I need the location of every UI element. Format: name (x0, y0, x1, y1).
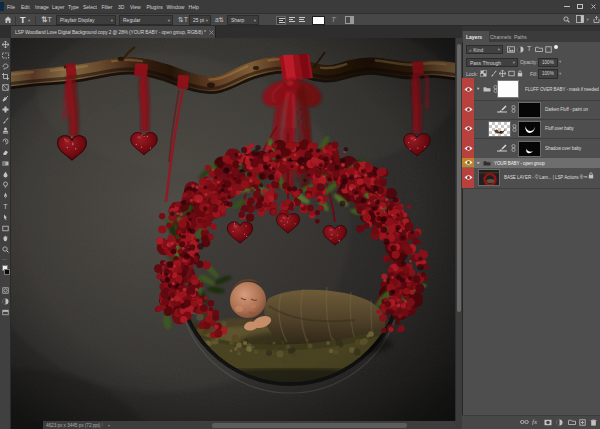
svg-text:T: T (3, 203, 8, 210)
svg-text:fx: fx (532, 418, 538, 425)
